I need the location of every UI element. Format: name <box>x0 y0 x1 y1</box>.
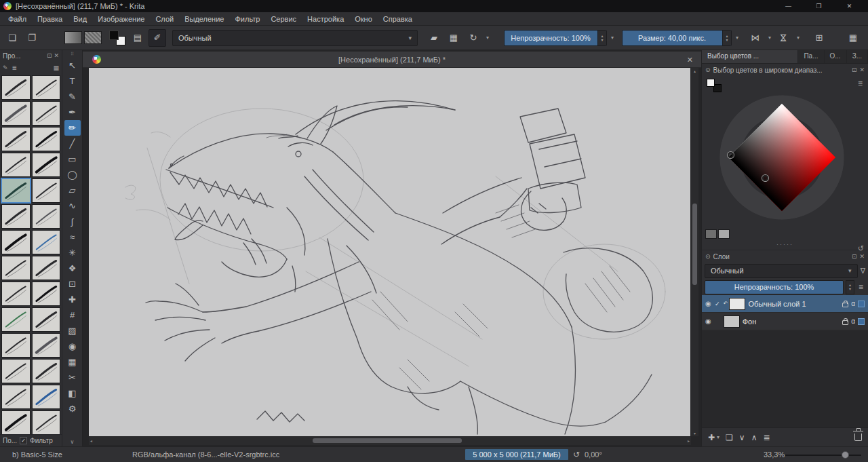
ellipse-tool[interactable]: ◯ <box>64 167 81 182</box>
crop-tool[interactable]: # <box>64 307 81 323</box>
color-swatch[interactable] <box>705 229 717 239</box>
smart-patch-tool[interactable]: ✂ <box>64 370 81 385</box>
brush-preset-0[interactable] <box>1 75 31 100</box>
brush-preset-16[interactable] <box>1 282 31 306</box>
float-docker-icon[interactable]: ⊡ <box>852 253 857 260</box>
brush-preset-3[interactable] <box>32 101 61 126</box>
pattern-edit-tool[interactable]: ▦ <box>64 354 81 370</box>
chevron-down-icon[interactable]: ▾ <box>795 35 802 41</box>
right-tab-3[interactable]: З... <box>847 50 868 63</box>
edit-shapes-tool[interactable]: ✎ <box>64 89 81 104</box>
vertical-scrollbar-thumb[interactable] <box>692 204 697 285</box>
layer-lock-icon[interactable] <box>842 320 848 325</box>
brush-preset-8[interactable] <box>1 178 31 203</box>
brush-preset-22[interactable] <box>1 359 31 383</box>
menu-item-5[interactable]: Выделение <box>179 14 229 24</box>
menu-item-1[interactable]: Правка <box>32 14 68 24</box>
foreground-color[interactable] <box>109 31 119 40</box>
brush-preset-1[interactable] <box>32 75 61 100</box>
brush-preset-6[interactable] <box>1 153 31 177</box>
brush-preset-2[interactable] <box>1 101 31 126</box>
wrap-around-mode-button[interactable]: ⊞ <box>810 29 828 47</box>
brush-preset-19[interactable] <box>32 307 61 332</box>
current-colors[interactable] <box>707 79 722 92</box>
preserve-alpha-button[interactable]: ▦ <box>445 29 462 47</box>
blending-mode-dropdown[interactable]: Обычный ▾ <box>172 30 418 46</box>
size-slider[interactable]: Размер: 40,00 пикс. ▴▾ <box>622 30 732 46</box>
calligraphy-tool[interactable]: ✒ <box>64 104 81 120</box>
close-document-icon[interactable]: ✕ <box>687 52 693 68</box>
toolbox-scroll-down[interactable]: ∨ <box>71 438 75 446</box>
layer-visibility-icon[interactable]: ◉ <box>705 300 711 307</box>
brush-preset-25[interactable] <box>32 385 61 409</box>
close-docker-icon[interactable]: ✕ <box>54 52 59 59</box>
workspace-chooser-button[interactable]: ▦ <box>844 29 862 47</box>
saturation-value-marker[interactable] <box>762 175 768 181</box>
menu-item-2[interactable]: Вид <box>68 14 92 24</box>
move-layer-down-button[interactable]: ∨ <box>739 433 745 442</box>
layer-visibility-icon[interactable]: ◉ <box>705 317 711 325</box>
scroll-left-icon[interactable]: ◂ <box>90 437 92 445</box>
text-tool[interactable]: T <box>64 73 81 89</box>
horizontal-scrollbar[interactable]: ◂ ▸ <box>89 437 691 445</box>
menu-item-0[interactable]: Файл <box>3 14 32 24</box>
edit-brush-settings-button[interactable]: ✐ <box>149 29 166 47</box>
eraser-mode-button[interactable]: ▰ <box>425 29 443 47</box>
color-swatch[interactable] <box>718 229 730 239</box>
layer-thumbnail[interactable] <box>729 298 745 310</box>
new-document-button[interactable]: ❏ <box>3 29 21 47</box>
brush-preset-20[interactable] <box>1 333 31 358</box>
bezier-curve-tool[interactable]: ʃ <box>64 214 81 229</box>
layer-thumbnail[interactable] <box>724 315 740 328</box>
close-docker-icon[interactable]: ✕ <box>859 253 865 260</box>
freehand-brush-tool[interactable]: ✏ <box>64 120 81 136</box>
layer-blending-dropdown[interactable]: Обычный ▾ <box>705 264 858 278</box>
menu-item-10[interactable]: Справка <box>378 14 418 24</box>
brush-preset-10[interactable] <box>1 204 31 229</box>
freehand-path-tool[interactable]: ≈ <box>64 229 81 245</box>
brush-preset-9[interactable] <box>32 178 61 203</box>
delete-layer-button[interactable] <box>854 434 862 441</box>
scroll-down-icon[interactable]: ▾ <box>691 431 698 436</box>
dynamic-brush-tool[interactable]: ✳ <box>64 245 81 261</box>
right-tab-0[interactable]: Выбор цветов ... <box>702 50 798 63</box>
close-docker-icon[interactable]: ✕ <box>859 66 865 73</box>
scroll-up-icon[interactable]: ▴ <box>691 69 698 73</box>
menu-item-6[interactable]: Фильтр <box>229 14 265 24</box>
menu-item-8[interactable]: Настройка <box>302 14 349 24</box>
layer-row-1[interactable]: ◉ Фон α <box>702 313 868 330</box>
zoom-slider-thumb[interactable] <box>842 451 849 459</box>
brush-preset-14[interactable] <box>1 256 31 280</box>
scroll-right-icon[interactable]: ▸ <box>688 437 690 445</box>
layer-filter-icon[interactable]: ∇ <box>861 267 865 275</box>
polyline-tool[interactable]: ∿ <box>64 198 81 214</box>
bottom-docker-tab[interactable]: По... <box>3 437 17 444</box>
transform-tool[interactable]: ⊡ <box>64 276 81 292</box>
pattern-chooser-swatch[interactable] <box>84 31 102 44</box>
brush-preset-18[interactable] <box>1 307 31 332</box>
brush-preset-5[interactable] <box>32 127 61 151</box>
right-tab-2[interactable]: О... <box>825 50 847 63</box>
duplicate-layer-button[interactable]: ❏ <box>726 433 733 442</box>
gradient-chooser-swatch[interactable] <box>64 31 82 44</box>
brush-preset-12[interactable] <box>1 230 31 254</box>
brush-preset-21[interactable] <box>32 333 61 358</box>
filter-checkbox[interactable]: ✓ <box>20 437 27 444</box>
layer-alpha-lock-icon[interactable]: α <box>851 300 855 307</box>
polygon-tool[interactable]: ▱ <box>64 182 81 198</box>
opacity-slider[interactable]: Непрозрачность: 100% ▴▾ <box>504 30 607 46</box>
fill-tool[interactable]: ◧ <box>64 385 81 401</box>
menu-item-4[interactable]: Слой <box>150 14 179 24</box>
multibrush-tool[interactable]: ❖ <box>64 261 81 276</box>
docker-menu-icon[interactable]: ≡ <box>856 79 865 88</box>
chevron-down-icon[interactable]: ▾ <box>734 35 741 41</box>
docker-pin-icon[interactable]: ⊙ <box>705 66 711 73</box>
brush-preset-11[interactable] <box>32 204 61 229</box>
layer-opacity-slider[interactable]: Непрозрачность: 100% <box>705 280 844 294</box>
subwindow-titlebar[interactable]: [Несохранённый] (211,7 МиБ) * ✕ <box>83 52 701 68</box>
assistants-tool[interactable]: ⚙ <box>64 401 81 417</box>
refresh-icon[interactable]: ↺ <box>858 244 864 253</box>
rotation-icon[interactable]: ↺ <box>573 450 580 459</box>
chevron-down-icon[interactable]: ▾ <box>766 35 773 41</box>
brush-stamp-icon[interactable]: ✎ <box>3 64 8 71</box>
